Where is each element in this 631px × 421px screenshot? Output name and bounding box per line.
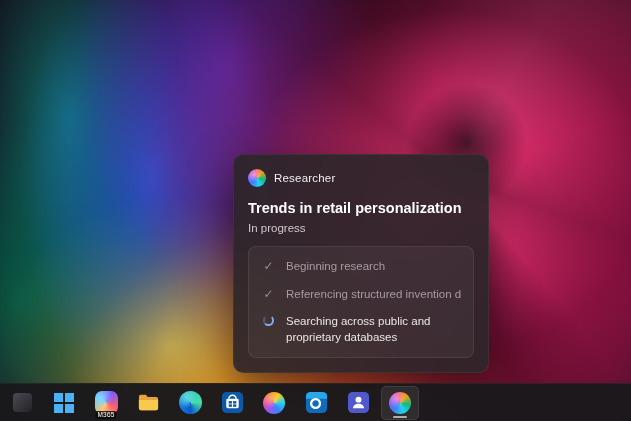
researcher-progress-card[interactable]: Researcher Trends in retail personalizat… xyxy=(233,154,489,373)
generic-app-icon xyxy=(13,393,32,412)
step-label: Beginning research xyxy=(286,259,385,275)
research-task-title: Trends in retail personalization xyxy=(248,200,474,216)
taskbar-teams[interactable] xyxy=(340,387,376,419)
m365-badge: M365 xyxy=(95,411,116,419)
folder-icon xyxy=(137,391,160,414)
edge-icon xyxy=(179,391,202,414)
desktop: Researcher Trends in retail personalizat… xyxy=(0,0,631,421)
spinner-container xyxy=(261,314,276,331)
taskbar-pinned-app[interactable] xyxy=(4,387,40,419)
windows-start-icon xyxy=(54,393,74,413)
taskbar-m365-copilot[interactable]: M365 xyxy=(88,387,124,419)
researcher-app-icon xyxy=(248,169,266,187)
researcher-taskbar-icon xyxy=(389,392,411,414)
taskbar-outlook[interactable] xyxy=(298,387,334,419)
step-label: Searching across public and proprietary … xyxy=(286,314,461,345)
research-step-completed: ✓ Beginning research xyxy=(261,259,461,275)
check-icon: ✓ xyxy=(261,259,276,273)
taskbar-start-button[interactable] xyxy=(46,387,82,419)
copilot-icon xyxy=(263,392,285,414)
teams-icon xyxy=(347,391,370,414)
researcher-app-name: Researcher xyxy=(274,172,335,184)
active-app-indicator xyxy=(393,416,407,418)
taskbar: M365 xyxy=(0,383,631,421)
research-step-completed: ✓ Referencing structured invention d... xyxy=(261,287,461,303)
outlook-icon xyxy=(305,391,328,414)
microsoft-store-icon xyxy=(221,391,244,414)
spinner-icon xyxy=(263,315,274,326)
taskbar-copilot[interactable] xyxy=(256,387,292,419)
research-status: In progress xyxy=(248,222,474,234)
check-icon: ✓ xyxy=(261,287,276,301)
card-header: Researcher xyxy=(248,169,474,187)
taskbar-researcher[interactable] xyxy=(382,387,418,419)
taskbar-microsoft-store[interactable] xyxy=(214,387,250,419)
research-steps-panel: ✓ Beginning research ✓ Referencing struc… xyxy=(248,246,474,358)
research-step-in-progress: Searching across public and proprietary … xyxy=(261,314,461,345)
taskbar-edge[interactable] xyxy=(172,387,208,419)
taskbar-file-explorer[interactable] xyxy=(130,387,166,419)
step-label: Referencing structured invention d... xyxy=(286,287,461,303)
